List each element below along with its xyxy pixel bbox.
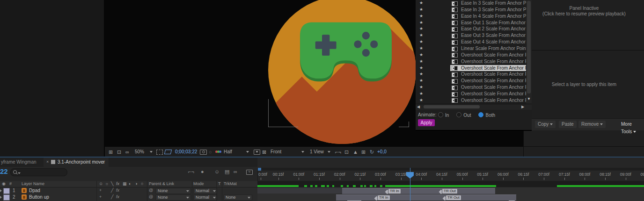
view-name-value[interactable]: Front	[271, 147, 281, 157]
parent-dropdown[interactable]: None	[155, 194, 191, 201]
mode-dropdown[interactable]: Normal	[193, 194, 218, 201]
region-of-interest-icon[interactable]	[165, 147, 171, 157]
timeline-graph-icon[interactable]: ▲	[353, 147, 358, 157]
preset-item[interactable]: ★Overshoot Scale From Anchor Po	[416, 65, 526, 72]
favorite-star-icon[interactable]: ★	[419, 91, 423, 97]
preview-play-icon[interactable]	[452, 86, 458, 90]
fx-toggle[interactable]: fx	[116, 188, 119, 193]
favorite-star-icon[interactable]: ★	[419, 97, 423, 104]
snapshot-camera-icon[interactable]	[200, 147, 207, 157]
animate-radio-both[interactable]: Both	[478, 113, 495, 118]
preview-play-icon[interactable]	[452, 14, 458, 19]
fast-previews-icon[interactable]: ⊡	[344, 147, 349, 157]
preset-item[interactable]: ★Overshoot Scale From Anchor P	[416, 52, 526, 58]
motion-blur-icon[interactable]: ∞	[234, 169, 237, 174]
preset-item[interactable]: ★Ease Out 4 Scale From Anchor P	[416, 39, 526, 45]
more-tools-button[interactable]: More Tools	[618, 121, 644, 128]
preset-item[interactable]: ★Ease Out 2 Scale From Anchor P	[416, 26, 526, 32]
layer-row-dpad[interactable]: 1 Dpad + ╱ fx @ None Normal	[0, 187, 257, 194]
shy-toggle[interactable]: +	[99, 194, 102, 199]
quality-toggle[interactable]: ╱	[111, 194, 113, 199]
preset-item[interactable]: ★Ease In 3 Scale From Anchor Poi	[416, 0, 526, 7]
preview-play-icon[interactable]	[452, 34, 458, 38]
preset-item[interactable]: ★Ease In 4 Scale From Anchor Poi	[416, 13, 526, 20]
search-input[interactable]	[10, 168, 67, 176]
scroll-down-icon[interactable]: ▼	[527, 97, 531, 101]
mini-flowchart-icon[interactable]: ⌐¬	[188, 169, 194, 174]
favorite-star-icon[interactable]: ★	[419, 71, 423, 78]
parent-pickwhip-icon[interactable]: @	[149, 188, 153, 193]
label-color-swatch[interactable]	[3, 194, 10, 201]
twirl-icon[interactable]	[0, 196, 2, 199]
layer-row-button-up[interactable]: 2 Button up + ╱ fx @ None Normal None	[0, 194, 257, 201]
favorite-star-icon[interactable]: ★	[419, 39, 423, 45]
close-tab-icon[interactable]: ×	[46, 159, 49, 164]
favorite-star-icon[interactable]: ★	[419, 20, 423, 26]
zoom-level-value[interactable]: 50%	[135, 147, 144, 157]
channel-rgb-icon[interactable]	[215, 147, 222, 157]
favorite-star-icon[interactable]: ★	[419, 7, 423, 13]
preview-play-icon[interactable]	[452, 21, 458, 25]
preset-item[interactable]: ★Ease Out 3 Scale From Anchor P	[416, 32, 526, 39]
always-preview-icon[interactable]: ∞	[125, 147, 129, 157]
pixel-aspect-icon[interactable]: ⌐¬	[335, 147, 341, 157]
preview-play-icon[interactable]	[452, 7, 458, 12]
mode-dropdown[interactable]: Normal	[193, 188, 218, 194]
layer-name[interactable]: Dpad	[29, 188, 40, 193]
preview-play-icon[interactable]	[452, 72, 458, 77]
frame-blend-icon[interactable]: ▤	[225, 169, 229, 175]
favorite-star-icon[interactable]: ★	[419, 84, 423, 91]
preview-play-icon[interactable]	[452, 1, 458, 6]
panel-menu-icon[interactable]: ≡	[102, 159, 104, 165]
preview-panel[interactable]: Panel Inactive (Click here to resume pre…	[523, 0, 644, 157]
preview-play-icon[interactable]	[452, 27, 458, 32]
favorite-star-icon[interactable]: ★	[419, 58, 423, 65]
shy-layers-icon[interactable]: ☺	[214, 169, 220, 174]
parent-pickwhip-icon[interactable]: @	[149, 194, 153, 199]
preview-play-icon[interactable]	[452, 40, 458, 45]
transparency-grid-icon[interactable]: ⊠	[262, 147, 266, 157]
vertical-scrollbar[interactable]: ▼	[526, 0, 532, 104]
preview-play-icon[interactable]	[452, 47, 458, 51]
graph-editor-icon[interactable]: ≈	[246, 169, 253, 175]
view-layout-dropdown-icon[interactable]	[328, 147, 330, 157]
resolution-dropdown-icon[interactable]	[246, 147, 249, 157]
view-dropdown-icon[interactable]	[301, 147, 304, 157]
work-area-start-handle[interactable]	[258, 168, 261, 171]
layer-duration-bar[interactable]	[336, 194, 516, 201]
safe-margins-icon[interactable]	[156, 147, 163, 157]
preview-play-icon[interactable]	[452, 53, 458, 57]
vertical-scrollbar-thumb[interactable]	[527, 1, 531, 93]
favorite-star-icon[interactable]: ★	[419, 0, 423, 7]
track-row-button-up[interactable]: TR In TR Out	[257, 194, 644, 201]
work-area-bar[interactable]	[258, 168, 644, 171]
preview-play-icon[interactable]	[452, 66, 458, 71]
preset-item[interactable]: ★Overshoot Scale From Anchor Po	[416, 71, 526, 78]
trkmat-dropdown[interactable]: None	[223, 194, 252, 201]
tab-anchorpoint-mover[interactable]: × 3.1-Anchorpoint mover ≡	[44, 158, 109, 168]
fx-toggle[interactable]: fx	[116, 194, 119, 199]
resolution-value[interactable]: Half	[224, 147, 232, 157]
preview-play-icon[interactable]	[452, 92, 458, 97]
favorite-star-icon[interactable]: ★	[419, 32, 423, 39]
reset-exposure-icon[interactable]: ↻	[370, 147, 374, 157]
monitor-icon[interactable]: ⊡	[117, 147, 121, 157]
zoom-dropdown-icon[interactable]	[150, 147, 153, 157]
favorite-star-icon[interactable]: ★	[419, 13, 423, 20]
flowchart-icon[interactable]: ⊞	[361, 147, 366, 157]
track-row-dpad[interactable]: TR In TR Out	[257, 187, 644, 194]
horizontal-scrollbar-thumb[interactable]	[424, 105, 480, 108]
time-ruler[interactable]: 0:00f00:15f01:00f01:15f02:00f02:15f03:00…	[257, 168, 644, 181]
snapshot-stack-icon[interactable]: ⊞	[109, 147, 113, 157]
eye-icon[interactable]: ◉	[2, 181, 6, 186]
animate-radio-in[interactable]: In	[438, 113, 449, 118]
twirl-icon[interactable]	[0, 189, 2, 192]
viewer-timecode[interactable]: 0;00;03;22	[175, 147, 197, 157]
favorite-star-icon[interactable]: ★	[419, 52, 423, 58]
favorite-star-icon[interactable]: ★	[419, 65, 423, 72]
show-snapshot-icon[interactable]: ○	[209, 147, 212, 157]
quality-toggle[interactable]: ╱	[111, 188, 113, 193]
remove-button[interactable]: Remove	[578, 121, 606, 128]
draft-3d-icon[interactable]: ●	[201, 169, 204, 174]
copy-button[interactable]: Copy	[535, 121, 556, 128]
